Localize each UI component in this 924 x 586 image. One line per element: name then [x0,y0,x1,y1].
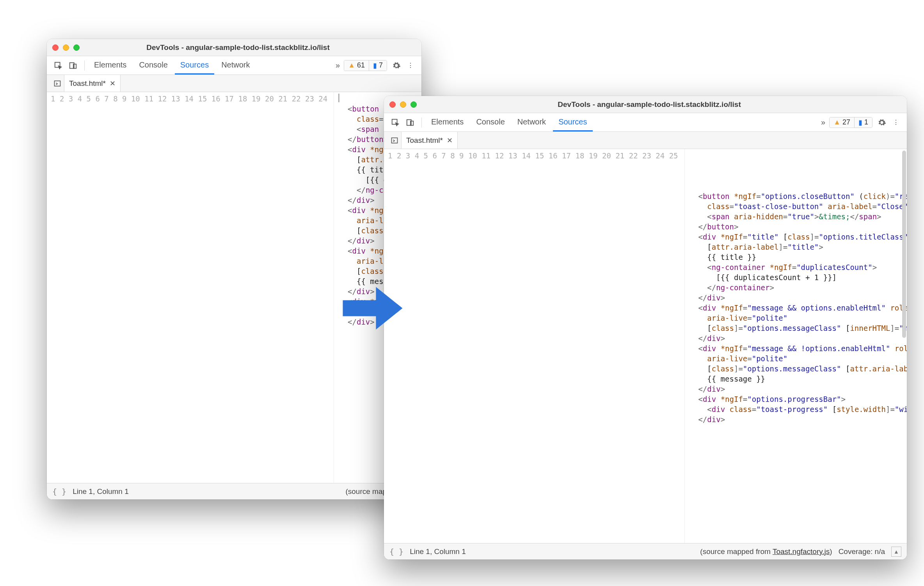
info-badge[interactable]: ▮ 1 [854,117,872,128]
issue-counters[interactable]: ▲ 27 ▮ 1 [829,117,872,128]
navigator-toggle-icon[interactable] [51,80,64,87]
devtools-window-after: DevTools - angular-sample-todo-list.stac… [384,96,907,559]
more-tabs-button[interactable]: » [817,118,829,127]
close-tab-icon[interactable]: ✕ [447,136,453,145]
pretty-print-icon[interactable]: { } [389,547,403,556]
source-mapped-label: (source mapped from Toast.ngfactory.js) [700,547,832,556]
info-count: 1 [864,118,868,126]
file-tab-label: Toast.html* [406,136,443,145]
settings-icon[interactable] [389,61,403,70]
info-icon: ▮ [373,61,377,70]
panel-tab-console[interactable]: Console [133,56,173,75]
titlebar: DevTools - angular-sample-todo-list.stac… [384,96,907,113]
traffic-lights [52,44,80,51]
drawer-toggle-icon[interactable]: ▲ [891,547,901,557]
info-icon: ▮ [858,118,862,127]
cursor-position: Line 1, Column 1 [410,547,466,556]
device-toolbar-icon[interactable] [66,58,80,73]
close-window-button[interactable] [52,44,59,51]
zoom-window-button[interactable] [410,101,417,108]
status-bar: { } Line 1, Column 1 (source mapped from… [384,543,907,559]
line-gutter: 1 2 3 4 5 6 7 8 9 10 11 12 13 14 15 16 1… [384,149,685,543]
settings-icon[interactable] [875,118,889,127]
panel-tabs: ElementsConsoleNetworkSources [426,113,817,131]
navigator-toggle-icon[interactable] [388,137,401,144]
file-tab[interactable]: Toast.html* ✕ [64,75,121,92]
warnings-count: 27 [842,118,850,126]
minimize-window-button[interactable] [400,101,406,108]
window-title: DevTools - angular-sample-todo-list.stac… [84,43,416,52]
warnings-badge[interactable]: ▲ 27 [830,117,854,127]
panel-tab-elements[interactable]: Elements [426,113,469,131]
coverage-label: Coverage: n/a [839,547,885,556]
cursor-position: Line 1, Column 1 [73,487,129,496]
warnings-badge[interactable]: ▲ 61 [344,60,369,70]
panel-tab-elements[interactable]: Elements [89,56,132,75]
minimize-window-button[interactable] [63,44,69,51]
zoom-window-button[interactable] [73,44,80,51]
status-bar: { } Line 1, Column 1 (source mapped from [47,483,421,499]
transition-arrow-icon [339,281,406,336]
panel-tab-sources[interactable]: Sources [553,113,592,131]
titlebar: DevTools - angular-sample-todo-list.stac… [47,39,421,56]
window-title: DevTools - angular-sample-todo-list.stac… [421,100,901,109]
more-options-icon[interactable]: ⋮ [403,62,418,69]
info-badge[interactable]: ▮ 7 [369,60,387,71]
more-tabs-button[interactable]: » [332,61,344,70]
panel-tab-console[interactable]: Console [471,113,510,131]
text-cursor [339,94,339,102]
line-gutter: 1 2 3 4 5 6 7 8 9 10 11 12 13 14 15 16 1… [47,92,334,483]
file-tab-label: Toast.html* [69,79,106,88]
inspect-element-icon[interactable] [388,115,403,130]
warning-icon: ▲ [833,118,840,126]
main-toolbar: ElementsConsoleSourcesNetwork » ▲ 61 ▮ 7… [47,56,421,75]
panel-tab-network[interactable]: Network [512,113,551,131]
more-options-icon[interactable]: ⋮ [889,119,903,126]
warnings-count: 61 [357,61,365,69]
info-count: 7 [379,61,383,69]
inspect-element-icon[interactable] [51,58,66,73]
issue-counters[interactable]: ▲ 61 ▮ 7 [344,60,387,71]
file-tabs-bar: Toast.html* ✕ [47,75,421,92]
device-toolbar-icon[interactable] [403,115,418,130]
close-window-button[interactable] [389,101,396,108]
source-map-link[interactable]: Toast.ngfactory.js [773,547,830,556]
pretty-print-icon[interactable]: { } [52,487,66,496]
code-editor[interactable]: 1 2 3 4 5 6 7 8 9 10 11 12 13 14 15 16 1… [384,149,907,543]
file-tab[interactable]: Toast.html* ✕ [401,132,458,149]
panel-tabs: ElementsConsoleSourcesNetwork [89,56,332,75]
panel-tab-network[interactable]: Network [216,56,255,75]
warning-icon: ▲ [348,61,355,69]
traffic-lights [389,101,417,108]
separator [84,60,85,71]
code-content[interactable]: <button *ngIf="options.closeButton" (cli… [685,149,907,543]
vertical-scrollbar[interactable] [902,151,906,338]
separator [421,117,422,128]
devtools-window-before: DevTools - angular-sample-todo-list.stac… [47,39,421,499]
close-tab-icon[interactable]: ✕ [110,79,116,88]
file-tabs-bar: Toast.html* ✕ [384,132,907,149]
panel-tab-sources[interactable]: Sources [175,56,214,75]
main-toolbar: ElementsConsoleNetworkSources » ▲ 27 ▮ 1… [384,113,907,132]
